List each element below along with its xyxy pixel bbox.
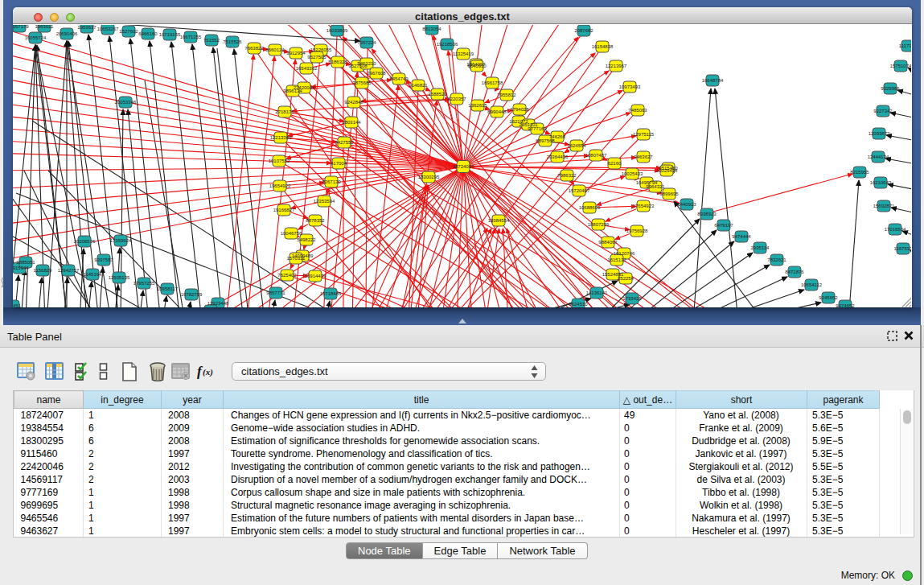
svg-text:16648784: 16648784	[702, 78, 724, 83]
svg-text:2718176: 2718176	[275, 109, 294, 114]
svg-text:12093872: 12093872	[869, 131, 890, 136]
svg-text:19166827: 19166827	[273, 208, 295, 212]
svg-text:(x): (x)	[203, 367, 213, 377]
svg-text:19654922: 19654922	[269, 183, 291, 188]
svg-text:7986322: 7986322	[557, 173, 577, 178]
svg-text:10973493: 10973493	[619, 84, 641, 89]
svg-text:8186328: 8186328	[328, 60, 347, 64]
svg-text:16671355: 16671355	[180, 35, 202, 39]
svg-text:19756928: 19756928	[626, 229, 648, 233]
svg-text:16914479: 16914479	[305, 274, 326, 278]
svg-text:15226055: 15226055	[310, 47, 332, 52]
svg-text:15718485: 15718485	[320, 291, 342, 296]
svg-text:18724007: 18724007	[453, 164, 474, 169]
svg-text:62160: 62160	[608, 161, 622, 166]
svg-text:18300295: 18300295	[418, 175, 440, 179]
svg-text:9624510: 9624510	[569, 302, 588, 307]
svg-text:2087682: 2087682	[574, 28, 593, 33]
svg-text:1145194: 1145194	[84, 272, 103, 277]
svg-text:8471876: 8471876	[785, 270, 804, 274]
svg-text:7955812: 7955812	[497, 93, 516, 97]
svg-text:7663822: 7663822	[244, 46, 264, 51]
svg-text:2803144: 2803144	[342, 120, 361, 125]
svg-text:417004: 417004	[331, 161, 347, 166]
svg-text:9896134: 9896134	[283, 89, 302, 93]
svg-text:17957255: 17957255	[133, 281, 155, 286]
svg-text:16033809: 16033809	[326, 28, 348, 33]
svg-text:12213967: 12213967	[606, 64, 627, 68]
svg-text:9474652: 9474652	[836, 303, 855, 307]
svg-text:5498222: 5498222	[297, 237, 316, 242]
svg-text:11325419: 11325419	[453, 51, 474, 56]
svg-text:3915944: 3915944	[13, 266, 29, 270]
svg-text:10958117: 10958117	[157, 286, 179, 291]
svg-text:10046756: 10046756	[281, 231, 302, 236]
svg-text:9245652: 9245652	[819, 295, 838, 300]
svg-text:1963011: 1963011	[35, 25, 55, 29]
svg-text:10719155: 10719155	[159, 32, 181, 37]
svg-text:7832621: 7832621	[767, 257, 786, 262]
svg-text:9964321: 9964321	[646, 184, 665, 189]
svg-text:12975115: 12975115	[633, 132, 655, 137]
svg-text:10025434: 10025434	[656, 168, 678, 173]
svg-text:9884067: 9884067	[598, 240, 618, 245]
svg-text:1885051: 1885051	[16, 260, 35, 265]
svg-text:1615132: 1615132	[607, 257, 626, 262]
svg-text:6640910: 6640910	[467, 64, 487, 68]
svg-text:8813054: 8813054	[422, 27, 441, 31]
svg-text:20206576: 20206576	[74, 239, 96, 244]
svg-text:12213369: 12213369	[270, 135, 292, 140]
svg-text:18807299: 18807299	[588, 222, 610, 227]
svg-text:1570311: 1570311	[287, 256, 306, 261]
svg-text:16154838: 16154838	[592, 44, 614, 49]
svg-text:7515526: 7515526	[223, 39, 242, 44]
svg-text:12923448: 12923448	[207, 301, 229, 306]
svg-text:10688609: 10688609	[579, 205, 601, 210]
svg-text:2057179: 2057179	[13, 25, 29, 29]
svg-text:8990448: 8990448	[487, 109, 507, 114]
svg-text:16210643: 16210643	[870, 180, 892, 185]
svg-text:12444134: 12444134	[868, 154, 889, 159]
svg-text:9227342: 9227342	[873, 109, 893, 113]
svg-text:16120746: 16120746	[614, 251, 635, 256]
svg-text:1440913: 1440913	[677, 202, 696, 207]
svg-text:2967608: 2967608	[367, 71, 386, 76]
svg-text:9527505: 9527505	[307, 55, 326, 60]
svg-text:10654112: 10654112	[801, 282, 823, 287]
svg-text:1588520: 1588520	[428, 92, 447, 97]
svg-text:20691406: 20691406	[56, 31, 78, 36]
svg-text:3624554: 3624554	[567, 143, 586, 148]
svg-text:9463627: 9463627	[634, 154, 653, 159]
svg-text:1156829: 1156829	[34, 268, 53, 273]
svg-text:17016504: 17016504	[885, 227, 906, 232]
svg-text:751552: 751552	[203, 38, 220, 43]
svg-text:10107552: 10107552	[269, 159, 290, 163]
svg-text:1117382: 1117382	[899, 43, 911, 48]
svg-text:6897568: 6897568	[536, 138, 555, 143]
svg-text:7485063: 7485063	[628, 108, 647, 113]
svg-text:9899695: 9899695	[659, 192, 679, 196]
svg-text:6794028: 6794028	[510, 107, 529, 112]
svg-text:1733426: 1733426	[622, 296, 642, 301]
svg-text:16055724: 16055724	[25, 35, 47, 40]
svg-text:17654923: 17654923	[633, 204, 655, 208]
svg-text:20053346: 20053346	[115, 100, 137, 105]
svg-text:12942757: 12942757	[58, 268, 80, 273]
svg-text:20364436: 20364436	[547, 154, 569, 159]
svg-text:8220357: 8220357	[447, 97, 466, 101]
svg-text:15692871: 15692871	[873, 204, 895, 208]
svg-text:12505135: 12505135	[109, 275, 130, 280]
svg-text:10653267: 10653267	[97, 27, 119, 31]
svg-text:8267130: 8267130	[322, 179, 341, 184]
svg-text:9857771: 9857771	[266, 290, 285, 295]
svg-text:16543362: 16543362	[296, 66, 318, 71]
svg-text:15720407: 15720407	[569, 188, 590, 193]
svg-text:5463210: 5463210	[357, 61, 376, 66]
svg-text:6479197: 6479197	[714, 223, 733, 228]
svg-text:1527602: 1527602	[119, 29, 138, 34]
svg-text:2935114: 2935114	[751, 245, 770, 250]
svg-text:8878352: 8878352	[306, 218, 325, 223]
svg-text:1953617: 1953617	[77, 25, 97, 30]
svg-text:3875685: 3875685	[352, 80, 372, 85]
svg-text:10025433: 10025433	[622, 171, 643, 176]
